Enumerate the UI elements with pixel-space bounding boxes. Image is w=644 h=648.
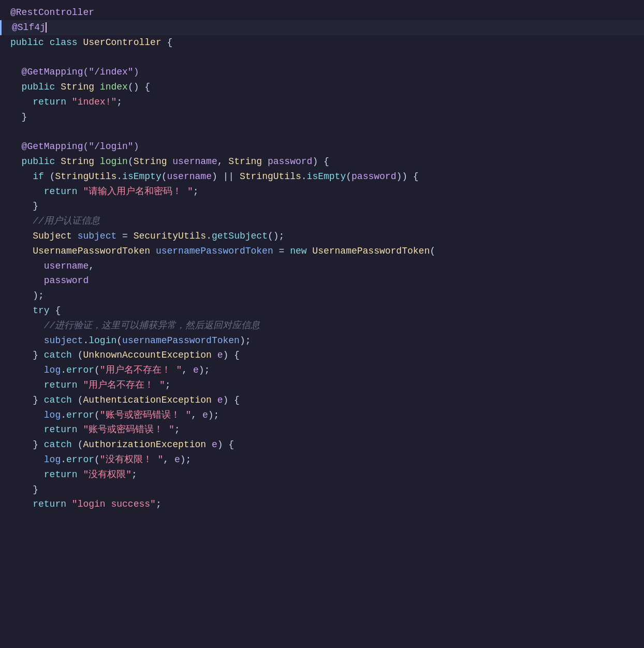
code-line-10: @GetMapping("/login") [0, 139, 644, 154]
code-line-33: } [0, 482, 644, 497]
code-line-32: return "没有权限"; [0, 467, 644, 482]
code-line-7: return "index!"; [0, 95, 644, 110]
code-line-14: } [0, 199, 644, 214]
code-line-2: @Slf4j [0, 20, 644, 35]
code-line-17: UsernamePasswordToken usernamePasswordTo… [0, 244, 644, 259]
code-line-21: try { [0, 303, 644, 318]
token-classname: UserController [83, 35, 161, 50]
cursor [46, 22, 47, 33]
code-line-16: Subject subject = SecurityUtils.getSubje… [0, 229, 644, 244]
code-line-5: @GetMapping("/index") [0, 65, 644, 80]
code-line-6: public String index() { [0, 80, 644, 95]
code-line-30: } catch (AuthorizationException e) { [0, 437, 644, 452]
code-line-27: } catch (AuthenticationException e) { [0, 393, 644, 408]
code-line-13: return "请输入用户名和密码！ "; [0, 184, 644, 199]
code-line-26: return "用户名不存在！ "; [0, 378, 644, 393]
code-line-19: password [0, 273, 644, 288]
code-line-1: @RestController [0, 5, 644, 20]
code-line-9 [0, 124, 644, 139]
code-line-12: if (StringUtils.isEmpty(username) || Str… [0, 169, 644, 184]
code-line-11: public String login(String username, Str… [0, 154, 644, 169]
code-editor: @RestController @Slf4j public class User… [0, 0, 644, 648]
code-line-28: log.error("账号或密码错误！ ", e); [0, 408, 644, 423]
token-keyword: public [10, 35, 44, 50]
code-line-29: return "账号或密码错误！ "; [0, 422, 644, 437]
token-annotation: @GetMapping("/index") [22, 65, 139, 80]
code-line-3: public class UserController { [0, 35, 644, 50]
code-line-23: subject.login(usernamePasswordToken); [0, 333, 644, 348]
token-annotation: @RestController [10, 5, 94, 20]
code-line-25: log.error("用户名不存在！ ", e); [0, 363, 644, 378]
code-line-8: } [0, 110, 644, 125]
code-line-24: } catch (UnknownAccountException e) { [0, 348, 644, 363]
token-keyword: class [50, 35, 78, 50]
code-line-18: username, [0, 259, 644, 274]
token-annotation: @Slf4j [12, 20, 46, 35]
code-line-4 [0, 50, 644, 65]
code-line-34: return "login success"; [0, 497, 644, 512]
code-line-31: log.error("没有权限！ ", e); [0, 452, 644, 467]
code-line-15: //用户认证信息 [0, 214, 644, 229]
code-line-22: //进行验证，这里可以捕获异常，然后返回对应信息 [0, 318, 644, 333]
code-line-20: ); [0, 288, 644, 303]
